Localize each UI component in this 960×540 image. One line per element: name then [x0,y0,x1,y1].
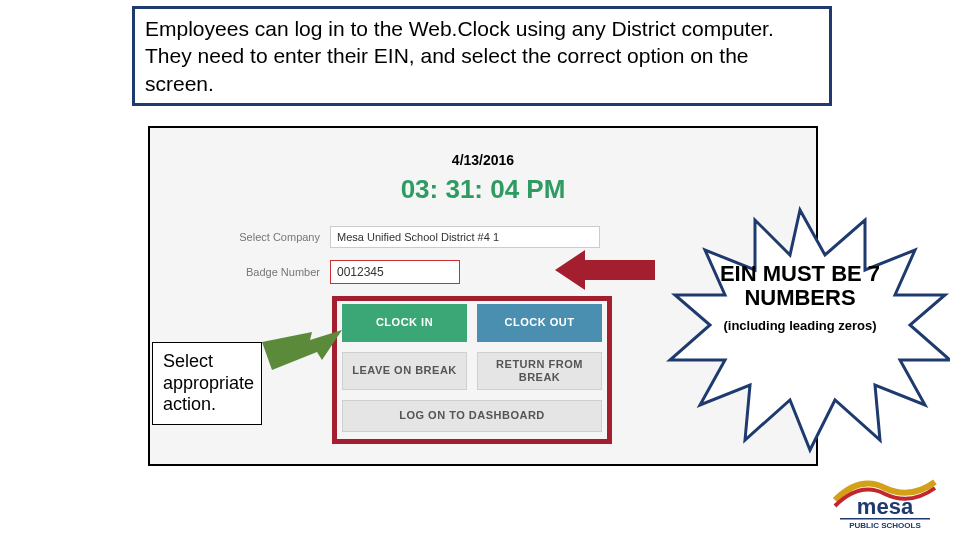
arrow-green-icon [262,330,342,370]
instruction-box: Employees can log in to the Web.Clock us… [132,6,832,106]
company-row: Select Company Mesa Unified School Distr… [210,226,600,248]
button-row-1: CLOCK IN CLOCK OUT [342,304,602,342]
return-break-button[interactable]: RETURN FROM BREAK [477,352,602,390]
company-label: Select Company [210,231,330,243]
logo-text-sub: PUBLIC SCHOOLS [849,521,921,530]
svg-rect-3 [840,518,930,520]
starburst-callout: EIN MUST BE 7 NUMBERS (including leading… [650,200,950,460]
starburst-main-text: EIN MUST BE 7 NUMBERS [690,262,910,310]
callout-action-text: Select appropriate action. [163,351,254,414]
dashboard-button[interactable]: LOG ON TO DASHBOARD [342,400,602,432]
button-row-3: LOG ON TO DASHBOARD [342,400,602,432]
badge-row: Badge Number [210,260,460,284]
clock-out-button[interactable]: CLOCK OUT [477,304,602,342]
leave-break-button[interactable]: LEAVE ON BREAK [342,352,467,390]
badge-label: Badge Number [210,266,330,278]
svg-marker-0 [262,330,342,370]
date-display: 4/13/2016 [150,152,816,168]
arrow-red-icon [555,250,655,290]
badge-input[interactable] [330,260,460,284]
svg-marker-1 [555,250,655,290]
mesa-logo: mesa PUBLIC SCHOOLS [830,470,940,530]
starburst-sub-text: (including leading zeros) [690,318,910,333]
clock-in-button[interactable]: CLOCK IN [342,304,467,342]
callout-action: Select appropriate action. [152,342,262,425]
company-select[interactable]: Mesa Unified School District #4 1 [330,226,600,248]
instruction-text: Employees can log in to the Web.Clock us… [145,15,819,97]
button-row-2: LEAVE ON BREAK RETURN FROM BREAK [342,352,602,390]
logo-text-main: mesa [857,494,914,519]
